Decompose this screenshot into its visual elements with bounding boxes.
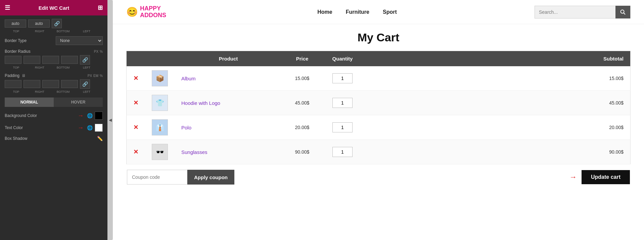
grid-icon[interactable]: ⊞ [98, 4, 103, 11]
logo-emoji: 😊 [126, 6, 138, 17]
thumb-cell: 📦 [145, 66, 175, 91]
remove-btn-3[interactable]: ✕ [133, 124, 138, 131]
position-inputs: 🔗 [5, 19, 103, 28]
pad-px-unit[interactable]: PX [88, 74, 92, 78]
box-shadow-edit-icon[interactable]: ✏️ [97, 136, 103, 141]
pad-top-input[interactable] [5, 80, 21, 88]
cart-table-body: ✕ 📦 Album 15.00$ 15.00$ ✕ 👕 Hoodie with … [127, 66, 631, 164]
product-thumb-1: 📦 [152, 70, 168, 86]
qty-input-4[interactable] [332, 147, 353, 157]
search-input[interactable] [535, 9, 615, 15]
br-left-input[interactable] [61, 56, 78, 64]
coupon-input[interactable] [127, 170, 187, 185]
product-name-3[interactable]: Polo [181, 125, 191, 130]
qty-cell-4 [322, 140, 363, 164]
r-bottom-label: BOTTOM [52, 66, 74, 69]
pad-right-input[interactable] [24, 80, 40, 88]
border-radius-label: Border Radius [5, 49, 31, 54]
link-padding-btn[interactable]: 🔗 [80, 79, 90, 89]
top-input[interactable] [5, 19, 26, 28]
right-input[interactable] [28, 19, 50, 28]
header-subtotal: Subtotal [363, 51, 631, 67]
product-thumb-2: 👕 [152, 95, 168, 111]
border-type-row: Border Type None [5, 36, 103, 45]
update-cart-button[interactable]: Update cart [582, 170, 630, 184]
qty-cell-2 [322, 91, 363, 115]
search-icon [620, 9, 626, 15]
remove-btn-2[interactable]: ✕ [133, 99, 138, 107]
pad-left-input[interactable] [61, 80, 78, 88]
qty-cell-3 [322, 115, 363, 140]
bg-color-controls: → 🌐 [78, 112, 103, 120]
product-name-cell: Hoodie with Logo [175, 91, 282, 115]
page-content: My Cart Product Price Quantity Subtotal … [113, 24, 644, 240]
pad-bottom-input[interactable] [42, 80, 59, 88]
text-color-controls: → 🌐 [78, 124, 103, 132]
product-name-cell: Polo [175, 115, 282, 140]
pad-em-unit[interactable]: EM [93, 74, 98, 78]
nav-furniture[interactable]: Furniture [346, 9, 369, 15]
price-cell-4: 90.00$ [282, 140, 322, 164]
table-row: ✕ 👔 Polo 20.00$ 20.00$ [127, 115, 631, 140]
nav-sport[interactable]: Sport [383, 9, 397, 15]
bottom-label: BOTTOM [52, 30, 74, 33]
update-cart-arrow: → [569, 173, 577, 182]
remove-cell: ✕ [127, 140, 145, 164]
globe-icon-bg[interactable]: 🌐 [87, 113, 93, 118]
remove-btn-4[interactable]: ✕ [133, 148, 138, 156]
p-left-label: LEFT [76, 90, 97, 93]
remove-btn-1[interactable]: ✕ [133, 75, 138, 82]
hamburger-icon[interactable]: ☰ [5, 4, 10, 11]
table-row: ✕ 📦 Album 15.00$ 15.00$ [127, 66, 631, 91]
border-type-select[interactable]: None [56, 36, 103, 45]
apply-coupon-button[interactable]: Apply coupon [187, 170, 234, 185]
logo: 😊 HAPPY ADDONS [126, 5, 166, 19]
p-bottom-label: BOTTOM [52, 90, 74, 93]
normal-hover-toggle: NORMAL HOVER [5, 97, 103, 107]
bg-color-swatch[interactable] [95, 112, 103, 120]
product-name-cell: Sunglasses [175, 140, 282, 164]
qty-input-2[interactable] [332, 98, 353, 108]
qty-input-3[interactable] [332, 122, 353, 132]
product-name-2[interactable]: Hoodie with Logo [181, 100, 220, 106]
thumb-cell: 👕 [145, 91, 175, 115]
product-name-1[interactable]: Album [181, 76, 196, 81]
logo-addons: ADDONS [140, 12, 166, 19]
link-position-btn[interactable]: 🔗 [52, 19, 62, 28]
globe-icon-text[interactable]: 🌐 [87, 125, 93, 130]
position-sub-labels: TOP RIGHT BOTTOM LEFT [5, 30, 103, 33]
product-name-4[interactable]: Sunglasses [181, 149, 208, 155]
qty-input-1[interactable] [332, 73, 353, 83]
right-label: RIGHT [29, 30, 50, 33]
normal-btn[interactable]: NORMAL [5, 97, 54, 107]
top-label: TOP [5, 30, 27, 33]
br-top-input[interactable] [5, 56, 21, 64]
table-row: ✕ 🕶️ Sunglasses 90.00$ 90.00$ [127, 140, 631, 164]
price-cell-2: 45.00$ [282, 91, 322, 115]
px-unit[interactable]: PX [94, 50, 98, 53]
br-bottom-input[interactable] [42, 56, 59, 64]
hover-btn[interactable]: HOVER [54, 97, 103, 107]
product-name-cell: Album [175, 66, 282, 91]
subtotal-cell-1: 15.00$ [363, 66, 631, 91]
search-button[interactable] [615, 6, 630, 18]
logo-text: HAPPY ADDONS [140, 5, 166, 19]
nav-home[interactable]: Home [317, 9, 332, 15]
percent-unit[interactable]: % [100, 50, 103, 53]
padding-sub-labels: TOP RIGHT BOTTOM LEFT [5, 90, 103, 93]
subtotal-cell-2: 45.00$ [363, 91, 631, 115]
left-label: LEFT [76, 30, 97, 33]
collapse-handle[interactable]: ◀ [107, 0, 113, 240]
product-thumb-3: 👔 [152, 119, 168, 135]
p-top-label: TOP [5, 90, 27, 93]
qty-cell-1 [322, 66, 363, 91]
br-right-input[interactable] [24, 56, 40, 64]
price-cell-3: 20.00$ [282, 115, 322, 140]
pad-pct-unit[interactable]: % [100, 74, 103, 78]
text-color-swatch[interactable] [95, 124, 103, 132]
padding-label: Padding [5, 73, 19, 78]
link-radius-btn[interactable]: 🔗 [80, 55, 90, 65]
header-remove [127, 51, 145, 67]
header-thumb [145, 51, 175, 67]
subtotal-cell-4: 90.00$ [363, 140, 631, 164]
